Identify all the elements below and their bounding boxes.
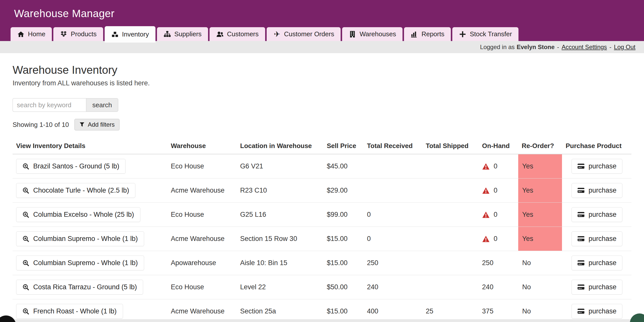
product-label: Columbian Supremo - Whole (1 lb) [33,235,138,243]
col-sell-price: Sell Price [323,138,364,154]
purchase-button[interactable]: purchase [572,207,622,222]
tab-label: Customer Orders [284,30,334,38]
tab-reports[interactable]: Reports [404,27,451,41]
sell-price-cell: $15.00 [323,227,364,251]
log-out-link[interactable]: Log Out [614,44,635,51]
purchase-button[interactable]: purchase [572,159,622,174]
total-received-cell [364,154,422,178]
app-title: Warehouse Manager [0,0,644,26]
warehouse-cell: Eco House [167,275,237,299]
tab-label: Stock Transfer [470,30,512,38]
total-received-cell: 240 [364,275,422,299]
tab-label: Products [71,30,97,38]
on-hand-cell: 375 [478,299,518,322]
on-hand-cell: 240 [478,275,518,299]
building-icon [349,30,356,38]
reorder-cell: No [518,251,562,275]
account-settings-link[interactable]: Account Settings [561,44,607,51]
tab-label: Warehouses [359,30,396,38]
col-location: Location in Warehouse [237,138,323,154]
total-received-cell: 0 [364,203,422,227]
tab-stock-transfer[interactable]: Stock Transfer [452,27,518,41]
tab-inventory[interactable]: Inventory [105,26,155,43]
inventory-details-cell: Columbia Excelso - Whole (25 lb) [13,203,167,227]
plane-icon: ✈ [273,30,281,38]
tab-warehouses[interactable]: Warehouses [342,27,403,41]
view-inventory-details-button[interactable]: Columbian Supremo - Whole (1 lb) [16,231,144,246]
col-purchase-product: Purchase Product [562,138,631,154]
user-name: Evelyn Stone [517,44,555,51]
plus-icon [459,30,466,38]
product-label: Chocolate Turle - Whole (2.5 lb) [33,187,129,194]
warning-icon [482,163,490,170]
tab-label: Reports [421,30,444,38]
purchase-cell: purchase [562,251,631,275]
total-shipped-cell [422,227,478,251]
reorder-value: No [522,283,531,291]
view-inventory-details-button[interactable]: Columbia Excelso - Whole (25 lb) [16,207,140,222]
credit-card-icon [577,260,585,266]
purchase-cell: purchase [562,299,631,322]
reorder-value: Yes [522,162,533,170]
purchase-cell: purchase [562,178,631,203]
on-hand-cell: 0 [478,227,518,251]
magnifier-plus-icon [22,284,29,291]
page-subtitle: Inventory from ALL warehouses is listed … [13,79,631,87]
view-inventory-details-button[interactable]: Costa Rica Tarrazu - Ground (5 lb) [16,280,143,295]
on-hand-value: 0 [494,162,497,170]
purchase-cell: purchase [562,275,631,299]
table-row: Chocolate Turle - Whole (2.5 lb) Acme Wa… [13,178,631,203]
purchase-button[interactable]: purchase [572,231,622,246]
on-hand-value: 0 [494,187,497,194]
purchase-button[interactable]: purchase [572,304,622,319]
magnifier-plus-icon [22,211,29,218]
tab-customers[interactable]: Customers [210,27,265,41]
table-header-row: View Inventory Details Warehouse Locatio… [13,138,631,154]
view-inventory-details-button[interactable]: Brazil Santos - Ground (5 lb) [16,159,126,174]
sell-price-cell: $15.00 [323,299,364,322]
filter-icon [79,122,85,127]
credit-card-icon [577,308,585,314]
tab-suppliers[interactable]: Suppliers [157,27,208,41]
reorder-cell: No [518,299,562,322]
table-row: Costa Rica Tarrazu - Ground (5 lb) Eco H… [13,275,631,299]
bar-chart-icon [411,30,418,38]
tab-products[interactable]: Products [53,27,103,41]
total-received-cell: 250 [364,251,422,275]
view-inventory-details-button[interactable]: Columbian Supremo - Whole (1 lb) [16,256,144,270]
magnifier-plus-icon [22,187,29,194]
search-input[interactable] [13,98,86,112]
view-inventory-details-button[interactable]: Chocolate Turle - Whole (2.5 lb) [16,183,135,198]
sell-price-cell: $29.00 [323,178,364,203]
sell-price-cell: $99.00 [323,203,364,227]
sell-price-cell: $50.00 [323,275,364,299]
tab-label: Customers [227,30,259,38]
purchase-button[interactable]: purchase [572,280,622,295]
col-reorder: Re-Order? [518,138,562,154]
purchase-cell: purchase [562,203,631,227]
inventory-details-cell: Costa Rica Tarrazu - Ground (5 lb) [13,275,167,299]
total-shipped-cell [422,203,478,227]
search-button[interactable]: search [86,98,118,112]
col-total-shipped: Total Shipped [422,138,478,154]
tab-home[interactable]: Home [11,27,52,41]
warning-icon [482,235,490,242]
total-shipped-cell [422,275,478,299]
reorder-cell: No [518,275,562,299]
tab-customer-orders[interactable]: ✈ Customer Orders [267,27,341,41]
table-row: Columbian Supremo - Whole (1 lb) Acme Wa… [13,227,631,251]
purchase-button[interactable]: purchase [572,256,622,270]
col-total-received: Total Received [364,138,422,154]
warehouse-cell: Eco House [167,154,237,178]
on-hand-value: 240 [482,283,493,291]
purchase-label: purchase [588,307,616,315]
table-row: Columbia Excelso - Whole (25 lb) Eco Hou… [13,203,631,227]
total-received-cell [364,178,422,203]
separator: - [557,44,559,51]
total-shipped-cell [422,251,478,275]
add-filters-button[interactable]: Add filters [74,119,119,130]
purchase-button[interactable]: purchase [572,183,622,198]
on-hand-cell: 0 [478,154,518,178]
reorder-cell: Yes [518,154,562,178]
view-inventory-details-button[interactable]: French Roast - Whole (1 lb) [16,304,123,319]
